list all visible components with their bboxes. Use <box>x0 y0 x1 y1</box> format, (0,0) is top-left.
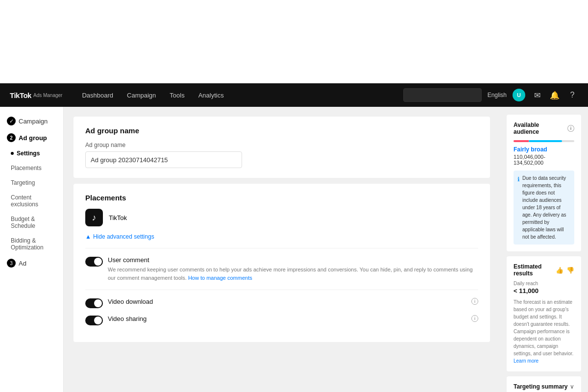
sidebar-item-targeting[interactable]: Targeting <box>0 175 63 190</box>
daily-reach-label: Daily reach <box>514 281 574 286</box>
chevron-up-icon: ▲ <box>85 233 91 240</box>
sidebar-item-bidding-optimization[interactable]: Bidding & Optimization <box>0 233 63 255</box>
header: TikTok Ads Manager Dashboard Campaign To… <box>0 83 588 107</box>
user-comment-toggle[interactable] <box>85 257 103 267</box>
header-nav: Dashboard Campaign Tools Analytics <box>82 92 403 99</box>
divider-1 <box>85 248 478 248</box>
targeting-summary-card[interactable]: Targeting summary ∨ <box>507 376 581 392</box>
nav-tools[interactable]: Tools <box>170 92 184 99</box>
mail-icon[interactable]: ✉ <box>531 89 543 101</box>
dot-icon-settings <box>11 152 14 155</box>
logo-sub: Ads Manager <box>33 93 62 98</box>
tiktok-placement-name: TikTok <box>109 214 127 221</box>
sidebar-label-adgroup: Ad group <box>19 134 47 142</box>
thumbdown-icon[interactable]: 👎 <box>566 267 574 274</box>
nav-dashboard[interactable]: Dashboard <box>82 92 113 99</box>
form-panel: Ad group name Ad group name Placements ♪… <box>64 107 500 392</box>
video-download-label: Video download <box>108 298 466 305</box>
learn-more-link[interactable]: Learn more <box>514 358 539 364</box>
search-input[interactable] <box>403 88 482 102</box>
main-layout: ✓ Campaign 2 Ad group Settings Placement… <box>0 107 588 392</box>
audience-bar-blue <box>529 140 562 142</box>
audience-info-box: ℹ Due to data security requirements, thi… <box>514 171 574 245</box>
sidebar-item-content-exclusions[interactable]: Content exclusions <box>0 190 63 212</box>
audience-bar <box>514 140 574 142</box>
placements-card: Placements ♪ TikTok ▲ Hide advanced sett… <box>74 184 490 342</box>
sidebar-label-targeting: Targeting <box>11 179 35 186</box>
logo: TikTok Ads Manager <box>10 91 62 99</box>
forecast-desc: The forecast is an estimate based on you… <box>514 298 574 365</box>
adgroup-name-input[interactable] <box>85 151 242 168</box>
hide-advanced-label: Hide advanced settings <box>93 233 154 240</box>
nav-campaign[interactable]: Campaign <box>127 92 156 99</box>
video-sharing-row: Video sharing i <box>85 315 478 325</box>
logo-text: TikTok <box>10 91 31 99</box>
sidebar-item-settings[interactable]: Settings <box>0 146 63 161</box>
sidebar-item-budget-schedule[interactable]: Budget & Schedule <box>0 212 63 233</box>
sidebar: ✓ Campaign 2 Ad group Settings Placement… <box>0 107 64 392</box>
info-box-icon: ℹ <box>517 175 520 241</box>
info-box-text: Due to data security requirements, this … <box>522 174 570 241</box>
user-comment-desc: We recommend keeping user comments on to… <box>108 266 478 282</box>
step-badge-adgroup: 2 <box>7 133 16 142</box>
sidebar-label-ad: Ad <box>19 260 26 267</box>
available-audience-card: Available audience i Fairly broad 110,04… <box>507 115 581 251</box>
chevron-down-icon: ∨ <box>570 383 574 390</box>
sidebar-item-ad[interactable]: 3 Ad <box>0 255 63 271</box>
sidebar-item-campaign[interactable]: ✓ Campaign <box>0 113 63 129</box>
sidebar-label-content-exclusions: Content exclusions <box>11 194 56 208</box>
step-badge-ad: 3 <box>7 259 16 268</box>
check-icon: ✓ <box>9 118 14 124</box>
avatar[interactable]: U <box>513 89 525 101</box>
tiktok-logo-icon: ♪ <box>92 213 97 223</box>
video-sharing-info-icon[interactable]: i <box>471 315 478 322</box>
top-spacer <box>0 0 588 83</box>
available-audience-info-icon[interactable]: i <box>567 125 574 132</box>
audience-bar-pink <box>514 140 529 142</box>
adgroup-name-label: Ad group name <box>85 142 478 148</box>
daily-reach-value: < 11,000 <box>514 287 574 294</box>
thumb-icons: 👍 👎 <box>556 267 574 274</box>
video-sharing-toggle[interactable] <box>85 316 103 325</box>
hide-advanced-btn[interactable]: ▲ Hide advanced settings <box>85 233 478 240</box>
language-label: English <box>488 92 507 98</box>
tiktok-logo: ♪ <box>85 209 103 226</box>
sidebar-label-budget-schedule: Budget & Schedule <box>11 216 56 229</box>
available-audience-title-text: Available audience <box>514 122 565 135</box>
video-download-row: Video download i <box>85 298 478 308</box>
sidebar-label-bidding-optimization: Bidding & Optimization <box>11 237 56 251</box>
video-download-info-icon[interactable]: i <box>471 298 478 305</box>
nav-analytics[interactable]: Analytics <box>198 92 224 99</box>
header-right: English U ✉ 🔔 ? <box>403 88 578 102</box>
content-area: Ad group name Ad group name Placements ♪… <box>64 107 588 392</box>
estimated-results-header: Estimated results 👍 👎 <box>514 263 574 277</box>
user-comment-label: User comment <box>108 256 478 264</box>
sidebar-label-campaign: Campaign <box>19 118 48 125</box>
sidebar-item-adgroup[interactable]: 2 Ad group <box>0 129 63 146</box>
adgroup-name-card: Ad group name Ad group name <box>74 117 490 178</box>
user-comment-row: User comment We recommend keeping user c… <box>85 256 478 282</box>
help-icon[interactable]: ? <box>566 89 578 101</box>
video-sharing-label: Video sharing <box>108 315 466 322</box>
estimated-results-title: Estimated results <box>514 263 556 277</box>
sidebar-label-settings: Settings <box>17 150 40 157</box>
user-comment-label-area: User comment We recommend keeping user c… <box>108 256 478 282</box>
targeting-summary-title: Targeting summary <box>514 383 567 390</box>
step-badge-campaign: ✓ <box>7 117 16 125</box>
step-number-ad: 3 <box>10 261 13 266</box>
video-download-label-area: Video download <box>108 298 466 307</box>
notification-icon[interactable]: 🔔 <box>549 89 561 101</box>
user-comment-desc-text: We recommend keeping user comments on to… <box>108 267 473 281</box>
targeting-summary-row[interactable]: Targeting summary ∨ <box>514 383 574 390</box>
audience-range: 110,046,000-134,502,000 <box>514 154 574 166</box>
video-sharing-label-area: Video sharing <box>108 315 466 324</box>
sidebar-label-placements: Placements <box>11 165 42 172</box>
forecast-desc-text: The forecast is an estimate based on you… <box>514 299 573 356</box>
tiktok-placement: ♪ TikTok <box>85 209 478 226</box>
user-comment-link[interactable]: How to manage comments <box>188 275 252 281</box>
adgroup-name-title: Ad group name <box>85 126 478 135</box>
estimated-results-card: Estimated results 👍 👎 Daily reach < 11,0… <box>507 256 581 371</box>
video-download-toggle[interactable] <box>85 298 103 308</box>
thumbup-icon[interactable]: 👍 <box>556 267 564 274</box>
sidebar-item-placements[interactable]: Placements <box>0 161 63 175</box>
